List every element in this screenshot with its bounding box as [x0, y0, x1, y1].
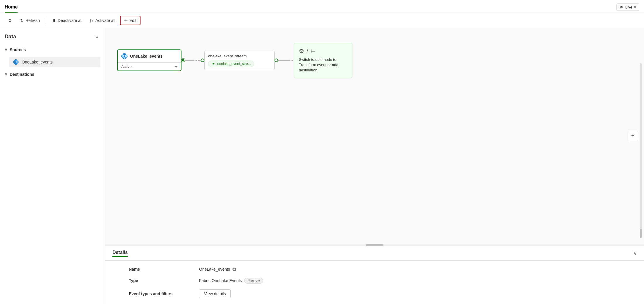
- toolbar-divider: [46, 17, 46, 24]
- line-3: [278, 60, 290, 61]
- details-header[interactable]: Details ∨: [105, 246, 644, 261]
- details-title: Details: [112, 250, 128, 257]
- toolbar: ⚙ ↻ Refresh ⏸ Deactivate all ▷ Activate …: [0, 13, 644, 28]
- eye-icon: 👁: [620, 5, 624, 9]
- copy-icon[interactable]: ⧉: [232, 267, 236, 272]
- sidebar-header: Data «: [5, 33, 100, 40]
- flow-diagram: OneLake_events Active ≡ →: [117, 43, 352, 78]
- name-value: OneLake_events: [199, 267, 230, 272]
- source-node-header: OneLake_events: [118, 50, 181, 62]
- scrollbar-thumb: [366, 244, 383, 246]
- sources-chevron-icon: ∨: [5, 48, 7, 52]
- live-button[interactable]: 👁 Live ▾: [616, 4, 639, 11]
- title-bar: Home 👁 Live ▾: [0, 0, 644, 13]
- main-layout: Data « ∨ Sources OneLake_events ∨ Destin…: [0, 28, 644, 304]
- connector-dot-3: [275, 59, 278, 62]
- preview-badge: Preview: [244, 278, 263, 284]
- sidebar: Data « ∨ Sources OneLake_events ∨ Destin…: [0, 28, 105, 304]
- arrow-1: →: [194, 58, 198, 63]
- source-node-menu-icon[interactable]: ≡: [175, 64, 177, 69]
- canvas-area: OneLake_events Active ≡ →: [105, 28, 644, 304]
- refresh-label: Refresh: [25, 18, 40, 23]
- collapse-sidebar-button[interactable]: «: [93, 33, 100, 40]
- onelake-events-label: OneLake_events: [22, 60, 53, 64]
- destination-text: Switch to edit mode to Transform event o…: [299, 57, 347, 73]
- name-value-row: OneLake_events ⧉: [199, 267, 621, 272]
- activate-all-label: Activate all: [95, 18, 115, 23]
- onelake-source-icon: [121, 53, 128, 59]
- slash-icon: /: [306, 48, 308, 55]
- details-collapse-icon[interactable]: ∨: [633, 251, 637, 256]
- source-node[interactable]: OneLake_events Active ≡: [117, 49, 181, 71]
- connector-dot-1: [181, 59, 185, 62]
- refresh-icon: ↻: [20, 18, 24, 23]
- vertical-scrollbar[interactable]: [640, 63, 642, 238]
- edit-icon: ✏: [124, 18, 128, 23]
- stream-node-title: onelake_event_stream: [208, 54, 271, 58]
- connector-source-stream: →: [181, 58, 204, 63]
- onelake-events-item[interactable]: OneLake_events: [9, 57, 100, 67]
- connector-dot-2: [201, 59, 204, 62]
- details-content: Name OneLake_events ⧉ Type Fabric OneLak…: [105, 261, 644, 304]
- event-types-value-row: View details: [199, 289, 621, 298]
- chevron-down-icon: ▾: [634, 5, 636, 9]
- refresh-button[interactable]: ↻ Refresh: [17, 16, 43, 25]
- source-node-title: OneLake_events: [130, 54, 162, 59]
- connector-stream-dest: →: [275, 58, 294, 63]
- export-icon: ⊢: [311, 48, 316, 55]
- onelake-icon: [13, 59, 19, 65]
- vertical-scroll-thumb: [640, 229, 642, 238]
- add-node-button[interactable]: +: [628, 131, 638, 141]
- settings-button[interactable]: ⚙: [5, 16, 16, 25]
- activate-icon: ▷: [90, 18, 94, 23]
- settings-icon: ⚙: [8, 18, 12, 23]
- destination-placeholder: ⚙ / ⊢ Switch to edit mode to Transform e…: [294, 43, 352, 78]
- destinations-label: Destinations: [10, 72, 34, 77]
- details-panel: Details ∨ Name OneLake_events ⧉ Type Fab…: [105, 246, 644, 304]
- deactivate-all-label: Deactivate all: [58, 18, 82, 23]
- svg-point-3: [15, 61, 17, 63]
- svg-point-8: [213, 63, 214, 64]
- edit-label: Edit: [129, 18, 136, 23]
- destinations-chevron-icon: ∨: [5, 72, 7, 76]
- stream-badge: onelake_event_stre...: [208, 61, 254, 67]
- name-label: Name: [129, 267, 199, 272]
- line-2: [198, 60, 201, 61]
- transform-icon: ⚙: [299, 48, 304, 55]
- destinations-section-toggle[interactable]: ∨ Destinations: [5, 70, 100, 79]
- source-node-footer: Active ≡: [118, 62, 181, 71]
- stream-badge-label: onelake_event_stre...: [217, 62, 251, 66]
- sources-label: Sources: [10, 47, 26, 52]
- type-label: Type: [129, 278, 199, 284]
- stream-node[interactable]: onelake_event_stream onelake_event_stre.…: [204, 51, 275, 70]
- deactivate-all-button[interactable]: ⏸ Deactivate all: [48, 16, 86, 25]
- live-label: Live: [625, 5, 632, 9]
- deactivate-icon: ⏸: [52, 18, 56, 23]
- destination-icons: ⚙ / ⊢: [299, 48, 316, 55]
- sources-section-toggle[interactable]: ∨ Sources: [5, 45, 100, 54]
- canvas[interactable]: OneLake_events Active ≡ →: [105, 28, 644, 244]
- stream-badge-icon: [211, 62, 215, 66]
- page-title: Home: [5, 4, 18, 13]
- activate-all-button[interactable]: ▷ Activate all: [87, 16, 119, 25]
- sidebar-title: Data: [5, 34, 16, 40]
- edit-button[interactable]: ✏ Edit: [120, 16, 141, 25]
- type-value: Fabric OneLake Events: [199, 278, 242, 283]
- event-types-label: Event types and filters: [129, 289, 199, 298]
- arrow-2: →: [290, 58, 294, 63]
- type-value-row: Fabric OneLake Events Preview: [199, 278, 621, 284]
- canvas-scrollbar[interactable]: [105, 244, 644, 246]
- line-1: [185, 60, 194, 61]
- view-details-button[interactable]: View details: [199, 289, 231, 298]
- source-node-status: Active: [121, 64, 131, 69]
- svg-point-7: [124, 56, 125, 57]
